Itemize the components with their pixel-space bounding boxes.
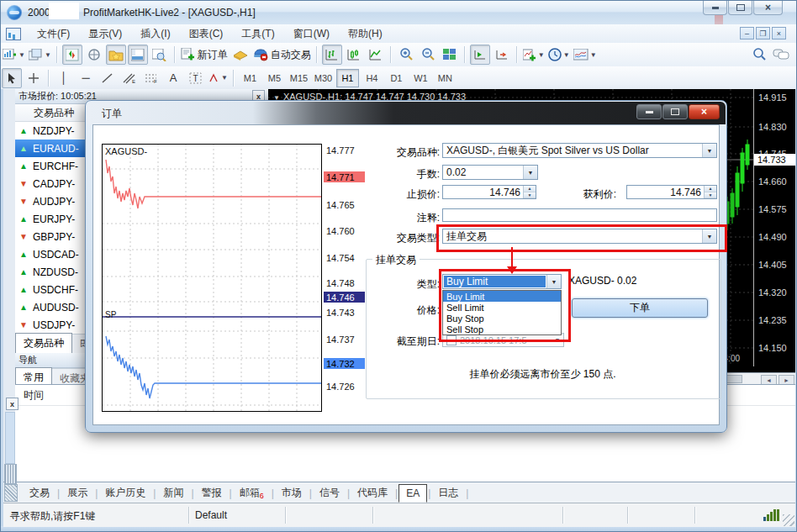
terminal-grip[interactable] bbox=[4, 464, 17, 484]
favorites-button[interactable] bbox=[106, 45, 126, 65]
horizontal-line-tool-button[interactable]: ─ bbox=[76, 68, 96, 88]
trendline-tool-button[interactable] bbox=[98, 68, 118, 88]
maximize-button[interactable] bbox=[728, 1, 752, 15]
spin-up-icon[interactable]: ▲ bbox=[705, 186, 716, 192]
spin-down-icon[interactable]: ▼ bbox=[705, 192, 716, 199]
timeframe-button[interactable]: W1 bbox=[409, 69, 432, 87]
dialog-minimize-button[interactable] bbox=[636, 104, 662, 119]
terminal-tab[interactable]: 日志 bbox=[431, 483, 465, 503]
navigator-button[interactable] bbox=[84, 45, 104, 65]
close-button[interactable]: × bbox=[753, 1, 783, 15]
place-order-button[interactable]: 下单 bbox=[572, 298, 708, 318]
timeframe-button[interactable]: M30 bbox=[312, 69, 335, 87]
volume-combo[interactable]: 0.02 ▼ bbox=[442, 165, 538, 180]
price-axis-label: 14.405 bbox=[758, 260, 795, 270]
equidistant-channel-tool-button[interactable]: E bbox=[119, 68, 140, 88]
minimize-button[interactable] bbox=[703, 1, 727, 15]
profiles-button[interactable]: ▼ bbox=[28, 45, 52, 65]
child-restore-button[interactable]: ❐ bbox=[756, 27, 770, 40]
text-label-tool-button[interactable]: T bbox=[185, 68, 205, 88]
timeframe-button[interactable]: H1 bbox=[336, 69, 359, 87]
svg-text:T: T bbox=[193, 74, 198, 83]
timeframe-button[interactable]: M5 bbox=[263, 69, 286, 87]
market-watch-button[interactable] bbox=[62, 45, 82, 65]
indicators-button[interactable]: ▼ bbox=[522, 45, 546, 65]
price-axis-label: 14.660 bbox=[758, 176, 795, 187]
tab-separator: | bbox=[395, 487, 398, 499]
terminal-tab[interactable]: 交易 bbox=[23, 483, 56, 503]
terminal-tab[interactable]: 代码库 bbox=[351, 483, 394, 503]
terminal-tab[interactable]: 邮箱6 bbox=[233, 483, 271, 503]
scroll-right-icon[interactable]: ► bbox=[779, 375, 794, 384]
zoom-in-button[interactable] bbox=[396, 45, 416, 65]
menu-item[interactable]: 图表(C) bbox=[180, 27, 233, 41]
child-close-button[interactable]: × bbox=[772, 27, 786, 40]
market-watch-tab[interactable]: 交易品种 bbox=[15, 333, 72, 354]
terminal-tab[interactable]: 新闻 bbox=[156, 483, 190, 503]
comment-input[interactable] bbox=[442, 208, 717, 222]
metaeditor-button[interactable] bbox=[230, 45, 251, 65]
templates-button[interactable]: ▼ bbox=[573, 45, 598, 65]
menu-item[interactable]: 帮助(H) bbox=[339, 27, 392, 41]
resize-grip[interactable] bbox=[783, 514, 794, 526]
terminal-tab[interactable]: 信号 bbox=[313, 483, 346, 503]
terminal-close-icon[interactable]: x bbox=[6, 398, 18, 410]
tab-separator: | bbox=[466, 487, 468, 499]
zoom-out-button[interactable] bbox=[418, 45, 438, 65]
terminal-tab[interactable]: 警报 bbox=[195, 483, 229, 503]
chart-shift-button[interactable] bbox=[492, 45, 512, 65]
terminal-tab[interactable]: 展示 bbox=[61, 483, 94, 503]
cursor-tool-button[interactable] bbox=[2, 68, 22, 88]
crosshair-tool-button[interactable] bbox=[24, 68, 44, 88]
timeframe-button[interactable]: M1 bbox=[239, 69, 261, 87]
menu-item[interactable]: 显示(V) bbox=[79, 27, 131, 41]
trend-arrow-icon bbox=[19, 161, 33, 171]
auto-scroll-button[interactable] bbox=[470, 45, 490, 65]
terminal-button[interactable] bbox=[128, 45, 148, 65]
timeframe-button[interactable]: D1 bbox=[385, 69, 408, 87]
timeframe-button[interactable]: H4 bbox=[361, 69, 383, 87]
timeframe-button[interactable]: M15 bbox=[288, 69, 310, 87]
trend-arrow-icon bbox=[19, 197, 33, 206]
annotation-arrow bbox=[506, 247, 518, 274]
fibonacci-tool-button[interactable]: F bbox=[141, 68, 161, 88]
order-dialog: 订单 × XAGUSD- SP bbox=[85, 100, 727, 433]
symbol-name: EURAUD- bbox=[33, 143, 79, 155]
scroll-left-icon[interactable]: ◄ bbox=[761, 375, 777, 384]
symbol-name: AUDJPY- bbox=[33, 196, 75, 208]
terminal-tab[interactable]: EA bbox=[398, 484, 427, 503]
child-minimize-button[interactable]: – bbox=[740, 27, 754, 40]
chevron-down-icon[interactable]: ▼ bbox=[523, 166, 537, 179]
vertical-line-tool-button[interactable]: │ bbox=[54, 68, 74, 88]
terminal-tab[interactable]: 账户历史 bbox=[98, 483, 152, 503]
tile-windows-button[interactable] bbox=[440, 45, 460, 65]
chat-icon[interactable] bbox=[771, 45, 791, 65]
text-tool-button[interactable]: A bbox=[163, 68, 183, 88]
timeframe-button[interactable]: MN bbox=[434, 69, 457, 87]
terminal-tab[interactable]: 市场 bbox=[275, 483, 309, 503]
periods-button[interactable]: ▼ bbox=[547, 45, 571, 65]
tick-price-label: 14.754 bbox=[324, 252, 365, 263]
strategy-tester-button[interactable] bbox=[150, 45, 170, 65]
menu-item[interactable]: 文件(F) bbox=[28, 27, 79, 41]
new-chart-button[interactable]: ▼ bbox=[2, 45, 26, 65]
search-icon[interactable] bbox=[749, 45, 769, 65]
dialog-close-button[interactable]: × bbox=[689, 104, 720, 119]
menu-item[interactable]: 工具(T) bbox=[232, 27, 283, 41]
menu-item[interactable]: 窗口(W) bbox=[284, 27, 339, 41]
new-order-button[interactable]: 新订单 bbox=[180, 45, 229, 65]
chart-menu-icon[interactable] bbox=[6, 28, 21, 40]
line-chart-type-button[interactable] bbox=[366, 45, 386, 65]
autotrading-button[interactable]: 自动交易 bbox=[252, 45, 312, 65]
tabbar-grip[interactable] bbox=[4, 484, 18, 502]
candlestick-chart-type-button[interactable] bbox=[344, 45, 364, 65]
menu-item[interactable]: 插入(I) bbox=[131, 27, 179, 41]
price-axis-label: 14.490 bbox=[758, 232, 795, 242]
takeprofit-field[interactable]: 14.746 ▲▼ bbox=[626, 185, 717, 199]
status-profile[interactable]: Default bbox=[195, 509, 227, 521]
symbol-combo[interactable]: XAGUSD-, 白银美元 Spot Silver vs US Dollar ▼ bbox=[442, 143, 717, 158]
arrows-tool-button[interactable]: ▼ bbox=[207, 68, 229, 88]
chevron-down-icon[interactable]: ▼ bbox=[702, 144, 716, 157]
dialog-maximize-button[interactable] bbox=[662, 104, 688, 119]
bar-chart-type-button[interactable] bbox=[322, 45, 342, 65]
